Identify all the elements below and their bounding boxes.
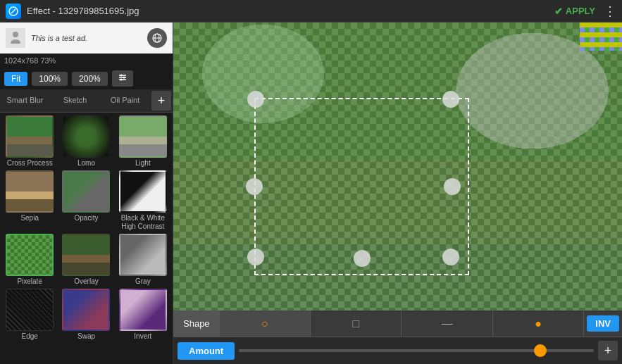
- effect-label: Overlay: [74, 277, 98, 286]
- title-bar: Effect - 1329789851695.jpg ✔ APPLY ⋮: [0, 0, 622, 23]
- ad-banner: This is a test ad.: [0, 23, 173, 54]
- app-icon: [6, 4, 21, 19]
- effect-thumbnail: [119, 115, 167, 158]
- effect-thumbnail: [119, 289, 167, 331]
- zoom-200-button[interactable]: 200%: [72, 72, 108, 86]
- main-layout: This is a test ad. 1024x768 73% Fit 100%…: [0, 23, 622, 364]
- amount-row: Amount +: [173, 337, 622, 364]
- list-item[interactable]: Opacity: [59, 170, 113, 231]
- plus-icon: +: [604, 344, 612, 358]
- square-shape-icon: □: [352, 318, 359, 330]
- add-effect-button[interactable]: +: [151, 91, 171, 111]
- effect-label: Gray: [135, 277, 151, 286]
- fit-button[interactable]: Fit: [4, 72, 27, 86]
- effect-label: Edge: [21, 332, 37, 341]
- zoom-controls: Fit 100% 200%: [0, 68, 173, 89]
- svg-point-9: [120, 75, 122, 77]
- settings-button[interactable]: [112, 70, 133, 87]
- list-item[interactable]: Invert: [116, 289, 170, 341]
- ad-text: This is a test ad.: [31, 34, 142, 42]
- effect-thumbnail: [6, 115, 54, 158]
- list-item[interactable]: Lomo: [59, 115, 113, 168]
- list-item[interactable]: Sepia: [3, 170, 56, 231]
- inv-button[interactable]: INV: [587, 315, 619, 332]
- effect-thumbnail: [62, 234, 110, 276]
- shape-square-option[interactable]: □: [311, 310, 402, 337]
- list-item[interactable]: Light: [116, 115, 170, 168]
- image-info: 1024x768 73%: [0, 54, 173, 68]
- circle-shape-icon: ○: [261, 318, 268, 330]
- list-item[interactable]: Black & WhiteHigh Contrast: [116, 170, 170, 231]
- effects-grid: Cross Process Lomo Light Sepia: [0, 113, 173, 364]
- effect-thumbnail: [119, 170, 167, 213]
- effect-thumbnail: [62, 170, 110, 213]
- apply-button[interactable]: ✔ APPLY: [554, 6, 595, 17]
- amount-slider[interactable]: [239, 344, 594, 358]
- shape-dot-option[interactable]: ●: [493, 310, 584, 337]
- svg-point-11: [120, 79, 122, 81]
- effect-label: Swap: [77, 332, 95, 341]
- window-title: Effect - 1329789851695.jpg: [27, 6, 554, 16]
- tab-smart-blur[interactable]: Smart Blur: [0, 92, 50, 109]
- effect-label: Pixelate: [17, 277, 42, 286]
- list-item[interactable]: Overlay: [59, 234, 113, 286]
- globe-button[interactable]: [147, 28, 167, 48]
- effect-label: Light: [135, 159, 151, 168]
- list-item[interactable]: Cross Process: [3, 115, 56, 168]
- svg-point-10: [123, 77, 125, 79]
- effect-label: Cross Process: [7, 159, 53, 168]
- list-item[interactable]: Gray: [116, 234, 170, 286]
- bottom-toolbar: Shape ○ □ — ● INV Amount: [173, 310, 622, 364]
- effect-label: Black & WhiteHigh Contrast: [121, 214, 165, 231]
- zoom-100-button[interactable]: 100%: [32, 72, 68, 86]
- amount-plus-button[interactable]: +: [598, 341, 618, 360]
- effect-thumbnail: [119, 234, 167, 276]
- slider-thumb[interactable]: [534, 344, 547, 357]
- effect-thumbnail: [6, 170, 54, 213]
- svg-line-1: [11, 9, 15, 13]
- tab-sketch[interactable]: Sketch: [50, 92, 100, 109]
- effect-label: Opacity: [75, 214, 99, 222]
- effect-thumbnail: [62, 289, 110, 331]
- shape-row: Shape ○ □ — ● INV: [173, 310, 622, 337]
- effect-thumbnail: [62, 115, 110, 158]
- effect-thumbnail: [6, 234, 54, 276]
- more-button[interactable]: ⋮: [604, 4, 616, 19]
- apply-label: APPLY: [566, 6, 595, 16]
- list-item[interactable]: Swap: [59, 289, 113, 341]
- effect-thumbnail: [6, 289, 54, 331]
- slider-track: [239, 349, 594, 352]
- shape-label: Shape: [173, 310, 220, 337]
- canvas-area: Shape ○ □ — ● INV Amount: [173, 23, 622, 364]
- effect-label: Sepia: [20, 214, 39, 222]
- list-item[interactable]: Pixelate: [3, 234, 56, 286]
- effect-label: Lomo: [77, 159, 95, 168]
- effect-label: Invert: [134, 332, 151, 341]
- check-icon: ✔: [554, 6, 563, 17]
- svg-point-2: [13, 32, 18, 37]
- slider-fill: [239, 349, 540, 352]
- tab-oil-paint[interactable]: Oil Paint: [100, 92, 150, 109]
- list-item[interactable]: Edge: [3, 289, 56, 341]
- effect-tabs: Smart Blur Sketch Oil Paint +: [0, 89, 173, 113]
- ad-person-icon: [6, 28, 25, 48]
- line-shape-icon: —: [442, 318, 453, 330]
- shape-circle-option[interactable]: ○: [220, 310, 311, 337]
- shape-line-option[interactable]: —: [402, 310, 492, 337]
- dot-shape-icon: ●: [535, 318, 542, 330]
- left-panel: This is a test ad. 1024x768 73% Fit 100%…: [0, 23, 173, 364]
- amount-button[interactable]: Amount: [178, 342, 235, 360]
